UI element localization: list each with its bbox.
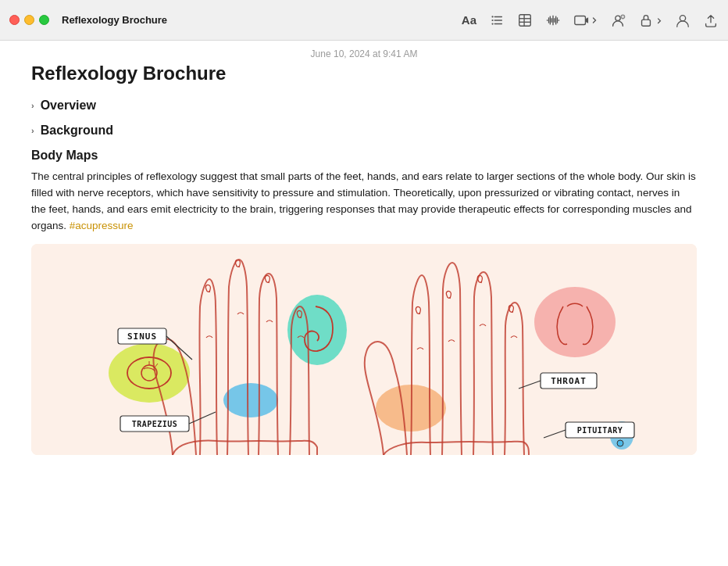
svg-point-48: [617, 440, 623, 446]
overview-chevron: ›: [31, 101, 34, 110]
document-date: June 10, 2024 at 9:41 AM: [0, 41, 728, 63]
document-main-title: Reflexology Brochure: [31, 63, 697, 84]
font-icon[interactable]: Aa: [462, 13, 476, 27]
document-area: June 10, 2024 at 9:41 AM Reflexology Bro…: [0, 41, 728, 566]
svg-text:PITUITARY: PITUITARY: [577, 426, 623, 435]
svg-point-24: [680, 15, 685, 20]
hand-illustration-container: SINUS TRAPEZIUS THROAT PITUITARY: [31, 244, 697, 455]
toolbar: Aa: [462, 13, 719, 28]
background-section-header[interactable]: › Background: [31, 124, 697, 138]
background-chevron: ›: [31, 126, 34, 135]
svg-point-4: [491, 19, 493, 20]
titlebar: Reflexology Brochure Aa: [0, 0, 728, 41]
svg-point-29: [534, 287, 616, 357]
list-icon[interactable]: [489, 13, 505, 28]
person-icon[interactable]: [675, 13, 691, 28]
waveform-icon[interactable]: [545, 13, 561, 28]
svg-point-26: [109, 343, 190, 403]
body-text: The central principles of reflexology su…: [31, 169, 697, 235]
upload-icon[interactable]: [703, 13, 719, 28]
document-content: Reflexology Brochure › Overview › Backgr…: [0, 63, 728, 566]
svg-rect-19: [575, 16, 586, 24]
overview-section-header[interactable]: › Overview: [31, 99, 697, 113]
lock-icon[interactable]: [638, 13, 662, 28]
svg-text:TRAPEZIUS: TRAPEZIUS: [132, 420, 178, 428]
hand-illustration: SINUS TRAPEZIUS THROAT PITUITARY: [31, 244, 697, 455]
svg-point-27: [287, 295, 347, 365]
svg-point-28: [223, 383, 278, 417]
svg-text:SINUS: SINUS: [127, 331, 157, 342]
svg-point-22: [621, 15, 625, 19]
close-button[interactable]: [9, 15, 20, 25]
media-icon[interactable]: [573, 13, 598, 28]
subsection-title: Body Maps: [31, 149, 697, 163]
svg-text:THROAT: THROAT: [551, 376, 587, 386]
table-icon[interactable]: [517, 13, 533, 28]
overview-label: Overview: [41, 99, 96, 113]
svg-point-3: [491, 16, 493, 17]
background-label: Background: [41, 124, 113, 138]
hashtag[interactable]: #acupressure: [70, 220, 134, 231]
svg-rect-6: [519, 14, 531, 26]
fullscreen-button[interactable]: [39, 15, 49, 25]
svg-point-21: [616, 16, 620, 20]
traffic-lights: [9, 15, 49, 25]
svg-rect-23: [642, 20, 651, 26]
svg-point-5: [491, 23, 493, 24]
collaborate-icon[interactable]: [610, 13, 626, 28]
document-title: Reflexology Brochure: [62, 14, 455, 26]
minimize-button[interactable]: [24, 15, 34, 25]
